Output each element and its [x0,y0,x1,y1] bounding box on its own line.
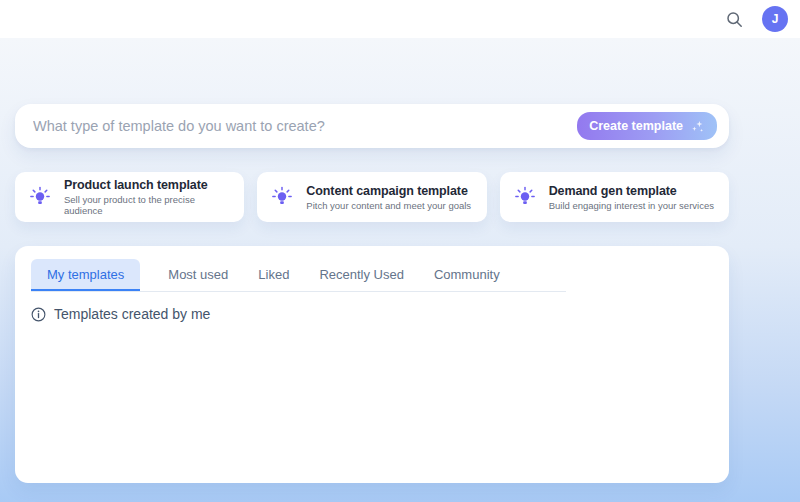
tab-liked[interactable]: Liked [256,259,291,291]
main-area: Create template [0,38,800,502]
templates-tabs: My templates Most used Liked Recently Us… [31,259,566,292]
sparkles-icon [690,119,705,134]
create-template-button[interactable]: Create template [577,112,717,140]
tab-recently-used[interactable]: Recently Used [317,259,406,291]
suggestion-cards: Product launch template Sell your produc… [15,172,729,222]
search-button[interactable] [720,5,748,33]
tab-my-templates[interactable]: My templates [31,259,140,291]
card-subtitle: Pitch your content and meet your goals [306,200,471,211]
card-title: Product launch template [64,178,234,192]
suggestion-card-demand-gen[interactable]: Demand gen template Build engaging inter… [500,172,729,222]
user-avatar[interactable]: J [762,6,788,32]
search-icon [726,11,743,28]
tab-community[interactable]: Community [432,259,502,291]
card-subtitle: Build engaging interest in your services [549,200,714,211]
lightbulb-icon [29,186,51,208]
template-prompt-input[interactable] [33,118,577,134]
info-icon [31,307,46,322]
card-title: Content campaign template [306,184,471,198]
lightbulb-icon [514,186,536,208]
empty-state-message: Templates created by me [54,306,210,322]
empty-state-row: Templates created by me [31,306,713,322]
card-title: Demand gen template [549,184,714,198]
suggestion-card-product-launch[interactable]: Product launch template Sell your produc… [15,172,244,222]
template-prompt-bar: Create template [15,104,729,148]
suggestion-card-content-campaign[interactable]: Content campaign template Pitch your con… [257,172,486,222]
top-bar: J [0,0,800,38]
card-subtitle: Sell your product to the precise audienc… [64,194,234,216]
templates-panel: My templates Most used Liked Recently Us… [15,246,729,483]
tab-most-used[interactable]: Most used [166,259,230,291]
lightbulb-icon [271,186,293,208]
create-template-label: Create template [589,119,683,133]
